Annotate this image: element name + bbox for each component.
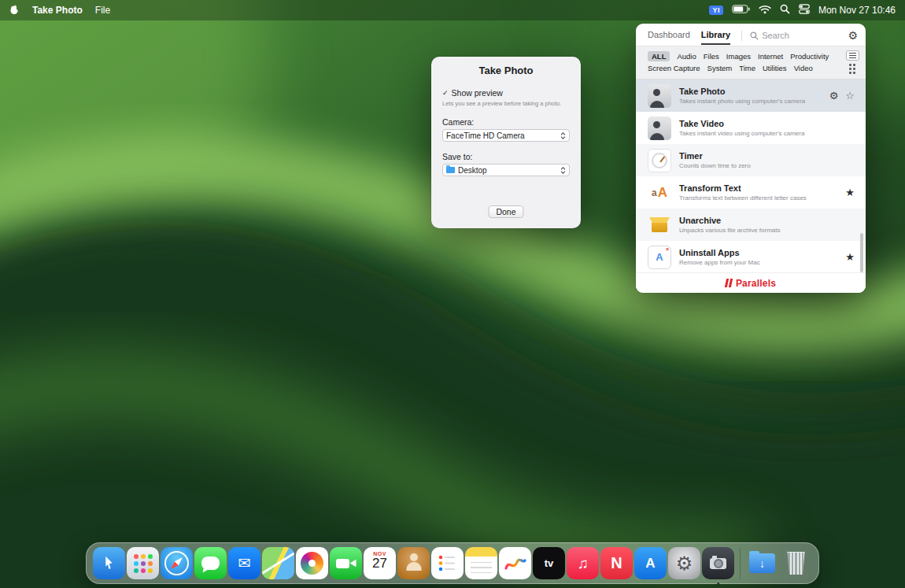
category-all[interactable]: ALL	[648, 51, 670, 61]
dock-contacts-icon[interactable]	[397, 547, 430, 579]
dock-appstore-icon[interactable]: A	[634, 547, 667, 579]
category-internet[interactable]: Internet	[758, 52, 783, 61]
news-letter: N	[611, 554, 622, 572]
search-icon	[750, 31, 759, 40]
input-source-badge[interactable]: YI	[709, 6, 723, 15]
dock-mail-icon[interactable]: ✉	[228, 547, 260, 579]
category-video[interactable]: Video	[794, 64, 813, 72]
transform-lowercase-glyph: a	[652, 187, 657, 198]
camera-select[interactable]: FaceTime HD Camera	[442, 129, 570, 142]
tab-dashboard[interactable]: Dashboard	[648, 30, 690, 45]
dock-reminders-icon[interactable]	[431, 547, 464, 579]
dock-facetime-icon[interactable]	[330, 547, 362, 579]
show-preview-checkbox[interactable]: ✓ Show preview	[442, 88, 570, 98]
dock-calendar-icon[interactable]: NOV 27	[364, 547, 396, 579]
tool-name: Transform Text	[679, 183, 807, 193]
dock-take-photo-icon[interactable]	[702, 547, 734, 579]
tool-description: Counts down time to zero	[679, 163, 751, 169]
menu-app-name[interactable]: Take Photo	[32, 5, 83, 16]
panel-scrollbar[interactable]	[860, 233, 863, 272]
category-audio[interactable]: Audio	[677, 52, 696, 61]
tab-library[interactable]: Library	[701, 30, 730, 45]
apple-menu-icon[interactable]	[9, 4, 20, 17]
tool-row-take-photo[interactable]: Take Photo Takes instant photo using com…	[636, 80, 866, 112]
category-screen-capture[interactable]: Screen Capture	[648, 64, 700, 72]
show-preview-label: Show preview	[452, 88, 503, 98]
dock-news-icon[interactable]: N	[600, 547, 633, 579]
tool-description: Takes instant photo using computer's cam…	[679, 98, 805, 105]
tool-star-filled-icon[interactable]: ★	[845, 187, 855, 198]
dock: ✉ NOV 27 tv ♫ N A ⚙	[86, 542, 819, 584]
category-files[interactable]: Files	[704, 52, 719, 61]
uninstall-x-glyph: ×	[666, 246, 669, 252]
tool-description: Remove apps from your Mac	[679, 260, 760, 266]
dock-appletv-icon[interactable]: tv	[533, 547, 565, 579]
category-time[interactable]: Time	[739, 64, 755, 72]
tool-name: Unarchive	[679, 216, 781, 225]
parallels-logo-icon	[729, 279, 733, 287]
dock-notes-icon[interactable]	[465, 547, 497, 579]
folder-icon	[446, 167, 455, 173]
transform-text-icon: a A	[648, 181, 671, 205]
panel-footer: Parallels	[636, 272, 866, 293]
battery-icon[interactable]	[732, 5, 750, 16]
menu-file[interactable]: File	[95, 5, 110, 16]
show-preview-help: Lets you see a preview before taking a p…	[442, 100, 570, 107]
header-divider	[741, 31, 742, 41]
timer-clock-icon	[648, 149, 671, 172]
appstore-letter: A	[645, 556, 655, 571]
transform-uppercase-glyph: A	[658, 185, 667, 201]
gear-glyph: ⚙	[676, 553, 693, 575]
category-images[interactable]: Images	[726, 52, 751, 61]
dock-maps-icon[interactable]	[262, 547, 294, 579]
list-view-button[interactable]	[846, 50, 859, 61]
spotlight-icon[interactable]	[780, 4, 790, 17]
dock-downloads-icon[interactable]: ↓	[746, 547, 778, 579]
uninstall-apps-icon: A ×	[648, 246, 671, 269]
control-center-icon[interactable]	[799, 4, 810, 17]
panel-settings-gear-icon[interactable]: ⚙	[848, 30, 858, 41]
select-chevrons-icon	[560, 166, 566, 175]
dock-music-icon[interactable]: ♫	[567, 547, 599, 579]
category-filter-bar: ALL Audio Files Images Internet Producti…	[636, 46, 866, 80]
tool-row-timer[interactable]: Timer Counts down time to zero	[636, 144, 866, 176]
dock-trash-icon[interactable]	[780, 547, 812, 579]
category-utilities[interactable]: Utilities	[763, 64, 787, 72]
save-to-select[interactable]: Desktop	[442, 164, 570, 176]
tool-description: Takes instant video using computer's cam…	[679, 131, 804, 137]
search-input[interactable]	[762, 31, 840, 40]
dock-system-settings-icon[interactable]: ⚙	[668, 547, 700, 579]
dock-safari-icon[interactable]	[161, 547, 193, 579]
envelope-glyph: ✉	[238, 554, 251, 572]
tool-description: Unpacks various file archive formats	[679, 227, 781, 234]
take-photo-thumbnail-icon	[648, 84, 671, 108]
dock-separator	[740, 548, 741, 579]
dock-launchpad-icon[interactable]	[127, 547, 159, 579]
unarchive-box-icon	[648, 213, 671, 237]
tool-row-take-video[interactable]: Take Video Takes instant video using com…	[636, 112, 866, 144]
tool-star-outline-icon[interactable]: ☆	[845, 91, 855, 101]
dock-parallels-toolbox-icon[interactable]	[93, 547, 125, 579]
parallels-brand-text: Parallels	[736, 278, 776, 289]
tool-row-uninstall-apps[interactable]: A × Uninstall Apps Remove apps from your…	[636, 241, 866, 273]
tool-star-filled-icon[interactable]: ★	[845, 252, 855, 262]
search-field[interactable]	[750, 31, 848, 40]
tool-row-unarchive[interactable]: Unarchive Unpacks various file archive f…	[636, 209, 866, 241]
tool-name: Timer	[679, 151, 751, 161]
menu-clock[interactable]: Mon Nov 27 10:46	[818, 5, 896, 16]
category-productivity[interactable]: Productivity	[790, 52, 829, 61]
dock-messages-icon[interactable]	[194, 547, 227, 579]
tool-row-transform-text[interactable]: a A Transform Text Transforms text betwe…	[636, 176, 866, 209]
wifi-icon[interactable]	[759, 5, 771, 17]
grid-view-button[interactable]	[849, 64, 856, 75]
menu-bar: Take Photo File YI	[0, 0, 905, 20]
select-chevrons-icon	[560, 131, 566, 140]
dock-photos-icon[interactable]	[296, 547, 328, 579]
tv-label: tv	[545, 557, 554, 569]
tool-gear-icon[interactable]: ⚙	[829, 91, 839, 101]
done-button[interactable]: Done	[488, 205, 523, 218]
parallels-toolbox-panel: Dashboard Library ⚙ ALL Audio Files Imag…	[636, 24, 866, 293]
camera-select-value: FaceTime HD Camera	[446, 131, 525, 140]
dock-freeform-icon[interactable]	[499, 547, 531, 579]
category-system[interactable]: System	[707, 64, 733, 72]
